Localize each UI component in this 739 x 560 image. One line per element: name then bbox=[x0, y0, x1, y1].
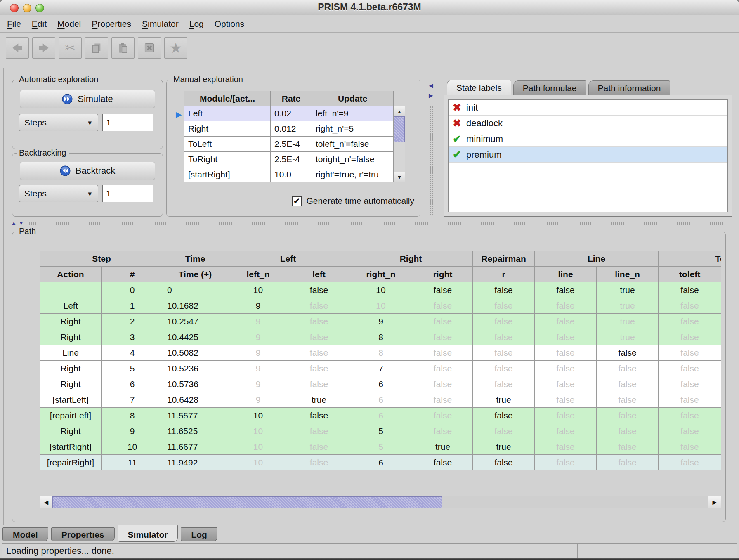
path-column-header[interactable]: # bbox=[102, 267, 163, 282]
scroll-right-button[interactable]: ▶ bbox=[708, 496, 721, 508]
path-row[interactable]: Right510.52369false7falsefalsefalsefalse… bbox=[40, 361, 721, 376]
manual-table-scrollbar[interactable]: ▲ ▼ bbox=[394, 106, 405, 182]
path-row[interactable]: [startRight]1011.667710false5truetruefal… bbox=[40, 439, 721, 455]
delete-button[interactable] bbox=[138, 37, 161, 59]
window-bottom-edge bbox=[0, 558, 739, 560]
path-column-header[interactable]: left_n bbox=[227, 267, 289, 282]
path-cell: 10.1682 bbox=[163, 298, 227, 314]
path-column-header[interactable]: Time (+) bbox=[163, 267, 227, 282]
backtrack-button[interactable]: Backtrack bbox=[20, 162, 155, 180]
collapse-right-icon[interactable]: ▶ bbox=[429, 92, 433, 99]
bottom-tab-log[interactable]: Log bbox=[181, 527, 217, 541]
path-row[interactable]: [repairLeft]811.557710false6falsefalsefa… bbox=[40, 408, 721, 423]
path-column-header[interactable]: left bbox=[289, 267, 349, 282]
manual-cell-update: right'=true, r'=tru bbox=[312, 167, 394, 182]
menu-model[interactable]: Model bbox=[52, 19, 86, 29]
redo-button[interactable] bbox=[32, 37, 55, 59]
path-column-header[interactable]: right_n bbox=[349, 267, 413, 282]
path-group-header[interactable]: Step bbox=[40, 251, 163, 267]
simulate-steps-combo[interactable]: Steps ▼ bbox=[19, 114, 98, 131]
path-cell: 11.5577 bbox=[163, 408, 227, 423]
manual-column-header[interactable]: Module/[act... bbox=[184, 91, 271, 106]
manual-transition-row[interactable]: ToRight2.5E-4toright_n'=false bbox=[184, 152, 394, 167]
path-cell: false bbox=[289, 298, 349, 314]
path-cell: false bbox=[535, 282, 597, 298]
path-horizontal-scrollbar[interactable]: ◀ ▶ bbox=[40, 496, 721, 508]
path-row[interactable]: Left110.16829false10falsefalsefalsetruef… bbox=[40, 298, 721, 314]
simulate-button[interactable]: Simulate bbox=[20, 90, 155, 108]
path-cell: false bbox=[597, 361, 659, 376]
path-row[interactable]: 0010false10falsefalsefalsetruefalse bbox=[40, 282, 721, 298]
menu-properties[interactable]: Properties bbox=[86, 19, 137, 29]
paste-button[interactable] bbox=[111, 37, 135, 59]
path-row[interactable]: Line410.50829false8falsefalsefalsefalsef… bbox=[40, 345, 721, 361]
backtrack-steps-combo[interactable]: Steps ▼ bbox=[19, 185, 98, 202]
path-group-header[interactable]: To bbox=[659, 251, 721, 267]
menu-simulator[interactable]: Simulator bbox=[137, 19, 184, 29]
path-row[interactable]: Right911.652510false5falsefalsefalsefals… bbox=[40, 423, 721, 439]
menu-edit[interactable]: Edit bbox=[26, 19, 52, 29]
menu-file[interactable]: File bbox=[2, 19, 26, 29]
backtrack-steps-input[interactable] bbox=[102, 185, 153, 202]
path-group-header[interactable]: Line bbox=[535, 251, 659, 267]
generate-time-checkbox[interactable]: ✔ bbox=[292, 196, 302, 206]
bottom-tab-simulator[interactable]: Simulator bbox=[118, 525, 178, 542]
path-row[interactable]: Right310.44259false8falsefalsefalsetruef… bbox=[40, 329, 721, 345]
path-group-header[interactable]: Repairman bbox=[473, 251, 535, 267]
scroll-down-button[interactable]: ▼ bbox=[394, 172, 405, 182]
path-cell: false bbox=[473, 423, 535, 439]
path-cell: Line bbox=[40, 345, 102, 361]
state-label-item[interactable]: ✔minimum bbox=[449, 131, 727, 147]
manual-transition-row[interactable]: Right0.012right_n'=5 bbox=[184, 121, 394, 137]
path-row[interactable]: Right210.25479false9falsefalsefalsetruef… bbox=[40, 314, 721, 329]
manual-transition-row[interactable]: [startRight]10.0right'=true, r'=tru bbox=[184, 167, 394, 182]
cut-icon: ✂ bbox=[65, 42, 75, 54]
tab-path-formulae[interactable]: Path formulae bbox=[513, 80, 586, 95]
path-row[interactable]: [startLeft]710.64289true6falsetruefalsef… bbox=[40, 392, 721, 408]
vertical-splitter[interactable]: ◀ ▶ bbox=[429, 80, 434, 216]
tab-path-information[interactable]: Path information bbox=[588, 80, 671, 95]
path-group-header[interactable]: Right bbox=[349, 251, 473, 267]
bottom-tab-properties[interactable]: Properties bbox=[51, 527, 115, 541]
splitter-grip[interactable] bbox=[28, 222, 733, 225]
undo-button[interactable] bbox=[6, 37, 29, 59]
path-cell: 10.5236 bbox=[163, 361, 227, 376]
splitter-grip[interactable] bbox=[430, 106, 433, 216]
state-label-item[interactable]: ✖init bbox=[449, 100, 727, 116]
simulate-steps-input[interactable] bbox=[102, 114, 153, 131]
path-column-header[interactable]: right bbox=[413, 267, 473, 282]
collapse-up-icon[interactable]: ▲ bbox=[11, 220, 17, 226]
scrollbar-thumb[interactable] bbox=[52, 496, 442, 508]
path-row[interactable]: [repairRight]1111.949210false6falsefalse… bbox=[40, 455, 721, 470]
path-cell: 5 bbox=[102, 361, 163, 376]
state-label-item[interactable]: ✔premium bbox=[449, 147, 727, 163]
scrollbar-thumb[interactable] bbox=[394, 116, 405, 142]
path-column-header[interactable]: line bbox=[535, 267, 597, 282]
path-group-header[interactable]: Left bbox=[227, 251, 349, 267]
path-column-header[interactable]: toleft bbox=[659, 267, 721, 282]
scroll-left-button[interactable]: ◀ bbox=[40, 496, 53, 508]
horizontal-splitter[interactable]: ▲ ▼ bbox=[5, 221, 733, 227]
title-bar[interactable]: PRISM 4.1.beta.r6673M bbox=[0, 0, 739, 15]
menu-options[interactable]: Options bbox=[209, 19, 250, 29]
manual-transition-row[interactable]: ToLeft2.5E-4toleft_n'=false bbox=[184, 137, 394, 152]
star-button[interactable]: ★ bbox=[164, 37, 187, 59]
manual-transition-row[interactable]: Left0.02left_n'=9 bbox=[184, 106, 394, 121]
path-cell: 1 bbox=[102, 298, 163, 314]
path-column-header[interactable]: r bbox=[473, 267, 535, 282]
path-row[interactable]: Right610.57369false6falsefalsefalsefalse… bbox=[40, 376, 721, 392]
tab-state-labels[interactable]: State labels bbox=[447, 80, 511, 95]
collapse-left-icon[interactable]: ◀ bbox=[429, 82, 433, 89]
scroll-up-button[interactable]: ▲ bbox=[394, 106, 405, 117]
path-group-header[interactable]: Time bbox=[163, 251, 227, 267]
cut-button[interactable]: ✂ bbox=[59, 37, 82, 59]
manual-column-header[interactable]: Rate bbox=[271, 91, 312, 106]
bottom-tab-model[interactable]: Model bbox=[2, 527, 48, 541]
collapse-down-icon[interactable]: ▼ bbox=[19, 220, 24, 226]
manual-column-header[interactable]: Update bbox=[312, 91, 394, 106]
copy-button[interactable] bbox=[85, 37, 108, 59]
menu-log[interactable]: Log bbox=[184, 19, 209, 29]
path-column-header[interactable]: Action bbox=[40, 267, 102, 282]
state-label-item[interactable]: ✖deadlock bbox=[449, 116, 727, 131]
path-column-header[interactable]: line_n bbox=[597, 267, 659, 282]
